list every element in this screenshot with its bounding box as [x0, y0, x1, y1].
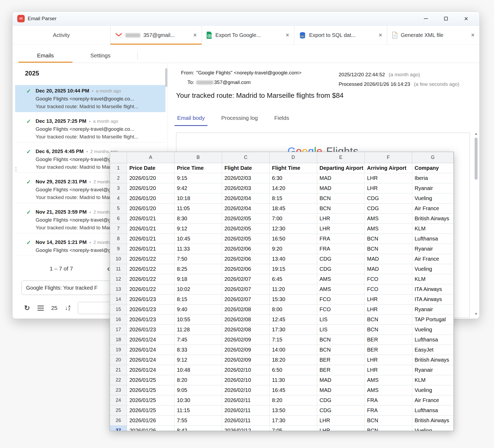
tab-processing-log[interactable]: Processing log	[220, 115, 259, 126]
row-header-8[interactable]: 8	[110, 234, 127, 244]
cell-E23[interactable]: MAD	[317, 385, 365, 395]
cell-G12[interactable]: KLM	[412, 274, 454, 284]
cell-F1[interactable]: Arriving Airport	[365, 163, 412, 173]
cell-G10[interactable]: Air France	[412, 254, 454, 264]
cell-C24[interactable]: 2026/02/11	[222, 395, 270, 405]
row-header-26[interactable]: 26	[110, 416, 127, 426]
row-header-10[interactable]: 10	[110, 254, 127, 264]
sheet-corner-cell[interactable]	[110, 152, 127, 163]
cell-E1[interactable]: Departing Airport	[317, 163, 365, 173]
column-header-G[interactable]: G	[412, 152, 454, 163]
cell-B16[interactable]: 10:55	[174, 315, 222, 325]
cell-C7[interactable]: 2026/02/05	[222, 224, 270, 234]
cell-A7[interactable]: 2026/01/21	[127, 224, 174, 234]
cell-A10[interactable]: 2026/01/22	[127, 254, 174, 264]
row-header-5[interactable]: 5	[110, 204, 127, 214]
cell-A9[interactable]: 2026/01/21	[127, 244, 174, 254]
cell-C17[interactable]: 2026/02/08	[222, 325, 270, 335]
cell-A23[interactable]: 2026/01/25	[127, 385, 174, 395]
cell-B20[interactable]: 9:12	[174, 355, 222, 365]
cell-G5[interactable]: Air France	[412, 204, 454, 214]
cell-B21[interactable]: 10:48	[174, 365, 222, 375]
cell-G3[interactable]: Ryanair	[412, 183, 454, 193]
cell-D1[interactable]: Flight Time	[270, 163, 317, 173]
cell-F13[interactable]: FCO	[365, 284, 412, 294]
cell-A2[interactable]: 2026/01/20	[127, 173, 174, 183]
scrollbar-thumb[interactable]	[475, 138, 478, 180]
cell-G1[interactable]: Company	[412, 163, 454, 173]
cell-E9[interactable]: FRA	[317, 244, 365, 254]
column-header-B[interactable]: B	[174, 152, 222, 163]
cell-G24[interactable]: Air France	[412, 395, 454, 405]
cell-D18[interactable]: 7:15	[270, 335, 317, 345]
cell-F17[interactable]: BCN	[365, 325, 412, 335]
cell-A26[interactable]: 2026/01/26	[127, 416, 174, 426]
row-header-7[interactable]: 7	[110, 224, 127, 234]
cell-E8[interactable]: FRA	[317, 234, 365, 244]
cell-E18[interactable]: BCN	[317, 335, 365, 345]
cell-D2[interactable]: 6:30	[270, 173, 317, 183]
cell-A3[interactable]: 2026/01/20	[127, 183, 174, 193]
cell-A27[interactable]: 2026/01/26	[127, 426, 174, 431]
cell-B19[interactable]: 8:33	[174, 345, 222, 355]
cell-C6[interactable]: 2026/02/05	[222, 214, 270, 224]
close-tab-icon[interactable]: ×	[193, 32, 197, 38]
row-header-12[interactable]: 12	[110, 274, 127, 284]
cell-G19[interactable]: EasyJet	[412, 345, 454, 355]
cell-A21[interactable]: 2026/01/24	[127, 365, 174, 375]
cell-F16[interactable]: BCN	[365, 315, 412, 325]
cell-F26[interactable]: BCN	[365, 416, 412, 426]
cell-D26[interactable]: 17:30	[270, 416, 317, 426]
cell-D12[interactable]: 6:45	[270, 274, 317, 284]
cell-B17[interactable]: 11:28	[174, 325, 222, 335]
cell-B10[interactable]: 7:50	[174, 254, 222, 264]
cell-D17[interactable]: 17:30	[270, 325, 317, 335]
cell-E15[interactable]: FCO	[317, 305, 365, 315]
row-header-24[interactable]: 24	[110, 395, 127, 405]
row-header-20[interactable]: 20	[110, 355, 127, 365]
cell-C9[interactable]: 2026/02/06	[222, 244, 270, 254]
cell-E6[interactable]: LHR	[317, 214, 365, 224]
cell-B14[interactable]: 8:15	[174, 294, 222, 305]
cell-F10[interactable]: MAD	[365, 254, 412, 264]
cell-D3[interactable]: 14:20	[270, 183, 317, 193]
cell-A25[interactable]: 2026/01/25	[127, 405, 174, 416]
cell-F11[interactable]: MAD	[365, 264, 412, 274]
column-header-D[interactable]: D	[270, 152, 317, 163]
cell-B6[interactable]: 8:30	[174, 214, 222, 224]
cell-C10[interactable]: 2026/02/06	[222, 254, 270, 264]
tab-fields[interactable]: Fields	[273, 115, 290, 126]
cell-G13[interactable]: ITA Airways	[412, 284, 454, 294]
cell-C16[interactable]: 2026/02/08	[222, 315, 270, 325]
cell-E3[interactable]: MAD	[317, 183, 365, 193]
row-header-4[interactable]: 4	[110, 193, 127, 204]
cell-D27[interactable]: 7:05	[270, 426, 317, 431]
cell-D19[interactable]: 14:00	[270, 345, 317, 355]
cell-D13[interactable]: 11:20	[270, 284, 317, 294]
cell-E17[interactable]: LIS	[317, 325, 365, 335]
cell-C18[interactable]: 2026/02/09	[222, 335, 270, 345]
close-window-button[interactable]: ×	[462, 14, 470, 23]
cell-C15[interactable]: 2026/02/08	[222, 305, 270, 315]
cell-G6[interactable]: British Airways	[412, 214, 454, 224]
cell-B25[interactable]: 11:15	[174, 405, 222, 416]
cell-E27[interactable]: LHR	[317, 426, 365, 431]
cell-F21[interactable]: LHR	[365, 365, 412, 375]
cell-C12[interactable]: 2026/02/07	[222, 274, 270, 284]
cell-C11[interactable]: 2026/02/06	[222, 264, 270, 274]
cell-D22[interactable]: 11:30	[270, 375, 317, 385]
cell-E12[interactable]: AMS	[317, 274, 365, 284]
cell-A1[interactable]: Price Date	[127, 163, 174, 173]
cell-D11[interactable]: 19:15	[270, 264, 317, 274]
cell-E25[interactable]: CDG	[317, 405, 365, 416]
cell-C1[interactable]: Flight Date	[222, 163, 270, 173]
cell-D24[interactable]: 8:20	[270, 395, 317, 405]
row-header-11[interactable]: 11	[110, 264, 127, 274]
cell-C2[interactable]: 2026/02/03	[222, 173, 270, 183]
cell-F8[interactable]: BCN	[365, 234, 412, 244]
maximize-button[interactable]	[442, 14, 450, 23]
cell-C19[interactable]: 2026/02/09	[222, 345, 270, 355]
cell-E2[interactable]: MAD	[317, 173, 365, 183]
cell-B7[interactable]: 9:12	[174, 224, 222, 234]
cell-A20[interactable]: 2026/01/24	[127, 355, 174, 365]
